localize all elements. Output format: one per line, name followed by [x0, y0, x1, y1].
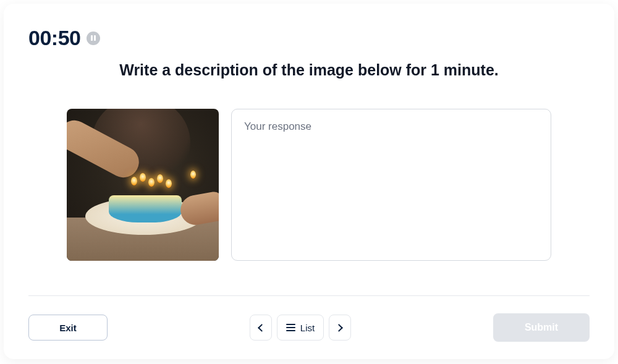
- stimulus-image: [67, 109, 219, 261]
- chevron-left-icon: [258, 324, 266, 332]
- exit-button-label: Exit: [59, 323, 77, 333]
- footer-divider: [28, 295, 590, 296]
- footer: Exit List Submit: [28, 295, 590, 342]
- response-input[interactable]: [231, 109, 551, 261]
- prompt-title: Write a description of the image below f…: [28, 61, 590, 79]
- exit-button[interactable]: Exit: [28, 315, 108, 341]
- pause-icon[interactable]: [87, 32, 100, 45]
- list-button[interactable]: List: [277, 315, 324, 341]
- list-button-label: List: [300, 323, 315, 333]
- menu-icon: [286, 324, 295, 331]
- submit-button-label: Submit: [525, 322, 558, 333]
- next-button[interactable]: [329, 315, 351, 341]
- prev-button[interactable]: [250, 315, 272, 341]
- exercise-card: 00:50 Write a description of the image b…: [4, 4, 614, 359]
- chevron-right-icon: [335, 324, 343, 332]
- nav-group: List: [250, 315, 351, 341]
- footer-row: Exit List Submit: [28, 313, 590, 342]
- submit-button[interactable]: Submit: [493, 313, 590, 342]
- content-row: [28, 109, 590, 261]
- timer-row: 00:50: [28, 26, 590, 50]
- countdown-timer: 00:50: [28, 26, 80, 50]
